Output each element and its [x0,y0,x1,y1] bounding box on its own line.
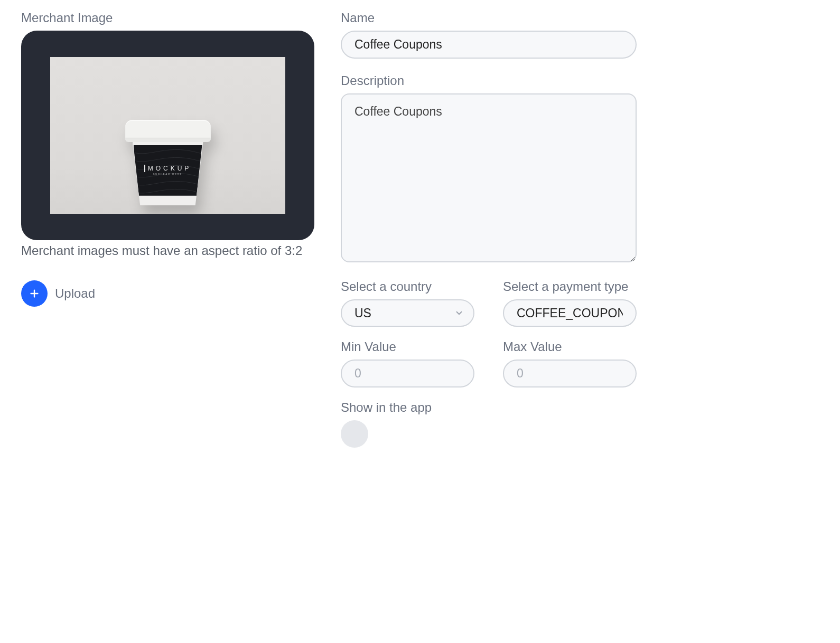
country-label: Select a country [341,279,474,294]
cup-mockup: MOCKUP SUBHEAD HERE [128,120,208,205]
merchant-image-preview: MOCKUP SUBHEAD HERE [50,57,285,214]
upload-label: Upload [55,286,95,301]
merchant-image-preview-frame: MOCKUP SUBHEAD HERE [21,31,314,240]
mockup-subtext: SUBHEAD HERE [144,173,192,175]
show-in-app-label: Show in the app [341,400,637,415]
mockup-text: MOCKUP [144,165,192,172]
name-input[interactable] [341,31,637,59]
description-label: Description [341,73,637,88]
min-value-label: Min Value [341,339,474,354]
show-in-app-toggle[interactable] [341,420,368,448]
description-textarea[interactable]: Coffee Coupons [341,93,637,262]
name-label: Name [341,11,637,25]
min-value-input[interactable] [341,360,474,387]
payment-type-select[interactable]: COFFEE_COUPON [503,299,637,327]
merchant-image-label: Merchant Image [21,11,314,25]
upload-button[interactable] [21,280,48,307]
max-value-input[interactable] [503,360,637,387]
plus-icon [29,288,40,299]
merchant-image-hint: Merchant images must have an aspect rati… [21,243,314,258]
max-value-label: Max Value [503,339,637,354]
payment-type-label: Select a payment type [503,279,637,294]
country-select[interactable]: US [341,299,474,327]
